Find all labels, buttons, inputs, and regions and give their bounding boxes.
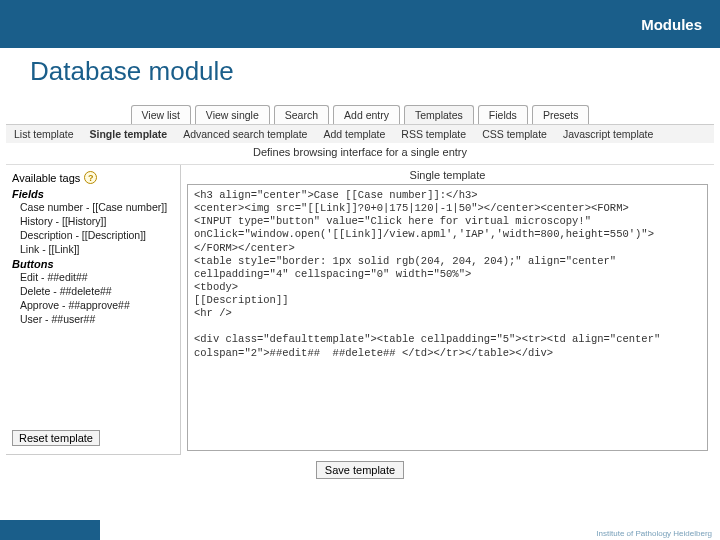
section-banner: Modules xyxy=(0,0,720,48)
tag-field[interactable]: Link - [[Link]] xyxy=(12,242,174,256)
tag-field[interactable]: Case number - [[Case number]] xyxy=(12,200,174,214)
title-bar: Database module xyxy=(0,48,720,101)
page-title: Database module xyxy=(30,56,690,87)
subtab-single-template[interactable]: Single template xyxy=(90,128,168,140)
tabs-primary: View list View single Search Add entry T… xyxy=(6,105,714,124)
tab-view-list[interactable]: View list xyxy=(131,105,191,124)
tab-add-entry[interactable]: Add entry xyxy=(333,105,400,124)
tab-fields[interactable]: Fields xyxy=(478,105,528,124)
tag-button[interactable]: Approve - ##approve## xyxy=(12,298,174,312)
tab-view-single[interactable]: View single xyxy=(195,105,270,124)
tag-field[interactable]: Description - [[Description]] xyxy=(12,228,174,242)
template-code-editor[interactable]: <h3 align="center">Case [[Case number]]:… xyxy=(187,184,708,451)
available-tags-label: Available tags xyxy=(12,172,80,184)
footer-strip xyxy=(0,520,100,540)
available-tags-pane: Available tags ? Fields Case number - [[… xyxy=(6,165,181,455)
subtab-css-template[interactable]: CSS template xyxy=(482,128,547,140)
buttons-group-label: Buttons xyxy=(12,258,174,270)
tag-field[interactable]: History - [[History]] xyxy=(12,214,174,228)
tag-button[interactable]: Edit - ##edit## xyxy=(12,270,174,284)
subtab-rss-template[interactable]: RSS template xyxy=(401,128,466,140)
fields-group-label: Fields xyxy=(12,188,174,200)
subtab-list-template[interactable]: List template xyxy=(14,128,74,140)
save-template-button[interactable]: Save template xyxy=(316,461,404,479)
subtab-advanced-search-template[interactable]: Advanced search template xyxy=(183,128,307,140)
template-editor-pane: Single template <h3 align="center">Case … xyxy=(181,165,714,455)
tag-button[interactable]: User - ##user## xyxy=(12,312,174,326)
template-description: Defines browsing interface for a single … xyxy=(6,143,714,165)
tab-templates[interactable]: Templates xyxy=(404,105,474,124)
help-icon[interactable]: ? xyxy=(84,171,97,184)
tag-button[interactable]: Delete - ##delete## xyxy=(12,284,174,298)
tabs-secondary: List template Single template Advanced s… xyxy=(6,124,714,143)
editor-heading: Single template xyxy=(187,169,708,181)
subtab-javascript-template[interactable]: Javascript template xyxy=(563,128,653,140)
footer-attribution: Institute of Pathology Heidelberg xyxy=(596,529,712,538)
tab-search[interactable]: Search xyxy=(274,105,329,124)
reset-template-button[interactable]: Reset template xyxy=(12,430,100,446)
section-label: Modules xyxy=(641,16,702,33)
tab-presets[interactable]: Presets xyxy=(532,105,590,124)
subtab-add-template[interactable]: Add template xyxy=(323,128,385,140)
